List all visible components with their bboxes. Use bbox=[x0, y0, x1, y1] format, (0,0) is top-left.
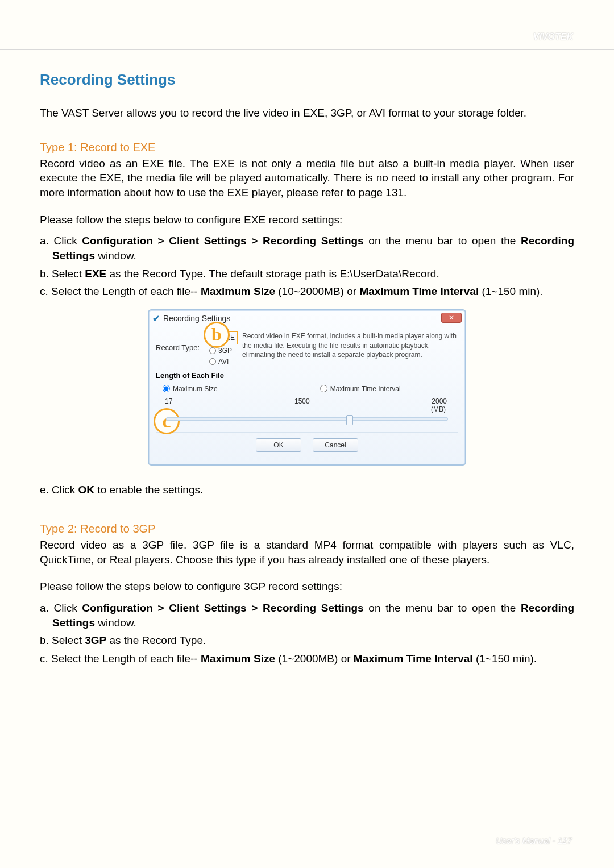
header-rule bbox=[0, 33, 614, 50]
type2-steps: a. Click Configuration > Client Settings… bbox=[40, 601, 574, 666]
slider-thumb[interactable] bbox=[346, 415, 353, 425]
t: c. Select the Length of each file-- bbox=[40, 653, 201, 665]
t: Maximum Size bbox=[201, 653, 275, 665]
type2-heading: Type 2: Record to 3GP bbox=[40, 521, 574, 537]
radio-avi[interactable] bbox=[209, 358, 216, 365]
size-slider[interactable] bbox=[166, 417, 448, 421]
length-max-time[interactable]: Maximum Time Interval bbox=[320, 384, 401, 393]
t: window. bbox=[95, 250, 136, 261]
page-title: Recording Settings bbox=[40, 70, 574, 90]
t: Configuration > Client Settings > Record… bbox=[82, 235, 363, 247]
record-type-label: Record Type: bbox=[156, 330, 205, 353]
t: Maximum Time Interval bbox=[330, 384, 401, 393]
dialog-body: Record Type: EXE 3GP AVI Record video in… bbox=[149, 327, 465, 464]
t: Maximum Time Interval bbox=[354, 653, 473, 665]
type1-heading: Type 1: Record to EXE bbox=[40, 140, 574, 155]
length-heading: Length of Each File bbox=[156, 371, 458, 381]
t: c. Select the Length of each file-- bbox=[40, 285, 201, 297]
record-type-row: Record Type: EXE 3GP AVI Record video in… bbox=[156, 330, 458, 366]
t: window. bbox=[95, 617, 136, 629]
scale-min: 17 bbox=[165, 397, 172, 406]
close-icon: ✕ bbox=[449, 314, 454, 322]
ok-button[interactable]: OK bbox=[256, 438, 301, 452]
t: as the Record Type. bbox=[106, 634, 206, 646]
type2-step-a: a. Click Configuration > Client Settings… bbox=[40, 601, 574, 630]
t: to enable the settings. bbox=[94, 484, 203, 496]
page: VIVOTEK Recording Settings The VAST Serv… bbox=[0, 0, 614, 868]
type1-desc: Record video as an EXE file. The EXE is … bbox=[40, 156, 574, 200]
dialog-title: Recording Settings bbox=[163, 313, 230, 324]
t: on the menu bar to open the bbox=[364, 602, 521, 614]
content: Recording Settings The VAST Server allow… bbox=[0, 50, 614, 666]
close-button[interactable]: ✕ bbox=[441, 313, 462, 323]
type2-lead: Please follow the steps below to configu… bbox=[40, 579, 574, 594]
t: Configuration > Client Settings > Record… bbox=[82, 602, 363, 614]
length-mode-row: Maximum Size Maximum Time Interval bbox=[156, 384, 458, 393]
t: 3GP bbox=[85, 634, 106, 646]
record-type-description: Record video in EXE format, includes a b… bbox=[242, 330, 458, 359]
type1-step-b: b. Select EXE as the Record Type. The de… bbox=[40, 267, 574, 281]
radio-3gp[interactable] bbox=[209, 347, 216, 354]
t: b. Select bbox=[40, 268, 85, 280]
type1-lead: Please follow the steps below to configu… bbox=[40, 213, 574, 227]
annotation-c: c bbox=[154, 408, 180, 434]
t: 3GP bbox=[218, 346, 232, 355]
t: as the Record Type. The default storage … bbox=[106, 268, 439, 280]
dialog-buttons: OK Cancel bbox=[156, 432, 458, 459]
t: (10~2000MB) or bbox=[275, 285, 359, 297]
recording-settings-dialog: ✔ Recording Settings ✕ Record Type: EXE … bbox=[148, 309, 466, 466]
cancel-button[interactable]: Cancel bbox=[313, 438, 358, 452]
t: EXE bbox=[85, 268, 106, 280]
t: b. Select bbox=[40, 634, 85, 646]
type1-step-c: c. Select the Length of each file-- Maxi… bbox=[40, 284, 574, 299]
scale-mid: 1500 bbox=[294, 397, 310, 406]
scale-unit: (MB) bbox=[156, 405, 458, 414]
length-max-size[interactable]: Maximum Size bbox=[163, 384, 218, 393]
t: (1~2000MB) or bbox=[275, 653, 354, 665]
type1-step-a: a. Click Configuration > Client Settings… bbox=[40, 234, 574, 263]
t: a. Click bbox=[40, 602, 82, 614]
t: on the menu bar to open the bbox=[364, 235, 521, 247]
t: OK bbox=[78, 484, 95, 496]
type1-steps: a. Click Configuration > Client Settings… bbox=[40, 234, 574, 299]
t: a. Click bbox=[40, 235, 82, 247]
type2-step-c: c. Select the Length of each file-- Maxi… bbox=[40, 651, 574, 666]
intro-paragraph: The VAST Server allows you to record the… bbox=[40, 106, 574, 121]
type2-step-b: b. Select 3GP as the Record Type. bbox=[40, 633, 574, 648]
t: e. Click bbox=[40, 484, 78, 496]
t: Maximum Size bbox=[201, 285, 275, 297]
page-footer: User's Manual - 127 bbox=[496, 836, 572, 845]
radio-max-time[interactable] bbox=[320, 385, 327, 392]
record-type-avi[interactable]: AVI bbox=[209, 357, 238, 366]
type2-desc: Record video as a 3GP file. 3GP file is … bbox=[40, 538, 574, 567]
t: Maximum Size bbox=[173, 384, 218, 393]
dialog-figure: b c ✔ Recording Settings ✕ Record Type: … bbox=[40, 309, 574, 466]
radio-max-size[interactable] bbox=[163, 385, 170, 392]
slider-area bbox=[156, 414, 458, 424]
t: (1~150 min). bbox=[473, 653, 537, 665]
t: OK bbox=[273, 441, 283, 449]
t: Cancel bbox=[325, 441, 346, 449]
dialog-titlebar: ✔ Recording Settings ✕ bbox=[149, 310, 465, 327]
t: AVI bbox=[218, 357, 229, 366]
t: Maximum Time Interval bbox=[359, 285, 479, 297]
type1-step-e: e. Click OK to enable the settings. bbox=[40, 483, 574, 497]
check-icon: ✔ bbox=[152, 313, 160, 325]
t: (1~150 min). bbox=[479, 285, 542, 297]
